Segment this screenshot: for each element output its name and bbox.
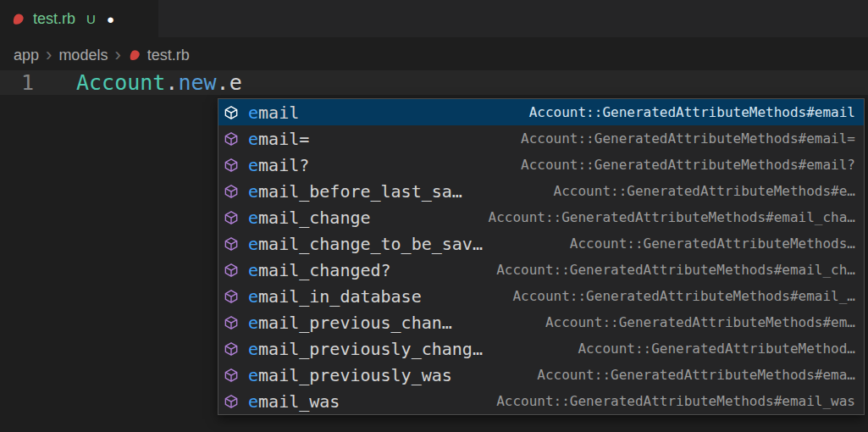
suggest-item[interactable]: email Account::GeneratedAttributeMethods… — [218, 99, 864, 125]
suggest-item-label: email_in_database — [248, 286, 422, 307]
suggest-item-label: email_previous_chan… — [248, 313, 452, 333]
suggest-item[interactable]: email_in_database Account::GeneratedAttr… — [218, 283, 864, 309]
suggest-item[interactable]: email_before_last_sa… Account::Generated… — [218, 178, 864, 204]
suggest-item-detail: Account::GeneratedAttributeMethods#email… — [484, 393, 855, 409]
suggest-item-detail: Account::GeneratedAttributeMethod… — [566, 341, 855, 357]
suggest-item-label: email — [248, 102, 299, 123]
suggest-item-label: email_change — [248, 208, 371, 228]
git-status-badge: U — [86, 12, 96, 26]
suggest-item-label: email? — [248, 155, 309, 175]
code-text: Account.new.e — [76, 70, 242, 95]
code-token-class: Account — [76, 70, 165, 95]
suggest-item-detail: Account::GeneratedAttributeMethods#email… — [484, 262, 855, 278]
tab-file-name: test.rb — [33, 10, 75, 28]
suggest-item-detail: Account::GeneratedAttributeMethods#email — [517, 104, 855, 120]
breadcrumb-item-models[interactable]: models — [58, 47, 108, 64]
suggest-item[interactable]: email_previously_was Account::GeneratedA… — [218, 362, 864, 388]
vscode-window: test.rb U ● app › models › test.rb 1 Acc… — [0, 0, 868, 432]
suggest-item-detail: Account::GeneratedAttributeMethods#e… — [542, 183, 855, 199]
editor-line-1[interactable]: 1 Account.new.e — [0, 70, 868, 95]
chevron-right-icon: › — [46, 46, 52, 64]
suggest-item-detail: Account::GeneratedAttributeMethods… — [558, 235, 855, 252]
unsaved-dot-indicator[interactable]: ● — [107, 13, 114, 25]
symbol-method-icon — [224, 315, 239, 330]
suggest-item-detail: Account::GeneratedAttributeMethods#em… — [534, 314, 855, 330]
suggest-item-label: email_changed? — [248, 260, 391, 280]
suggest-item-label: email_was — [248, 391, 340, 412]
suggest-item[interactable]: email_change_to_be_sav… Account::Generat… — [218, 230, 864, 257]
symbol-method-icon — [224, 341, 239, 357]
tab-test-rb[interactable]: test.rb U ● — [0, 0, 158, 37]
symbol-method-icon — [224, 368, 239, 383]
tab-bar: test.rb U ● — [0, 0, 868, 37]
suggest-item-detail: Account::GeneratedAttributeMethods#email… — [477, 209, 855, 225]
suggest-item[interactable]: email? Account::GeneratedAttributeMethod… — [218, 152, 864, 178]
symbol-method-icon — [224, 289, 239, 304]
suggest-item-label: email= — [248, 129, 309, 149]
suggest-item-label: email_previously_chang… — [248, 339, 483, 359]
suggest-item-label: email_previously_was — [248, 365, 452, 385]
suggest-item-detail: Account::GeneratedAttributeMethods#email… — [509, 130, 855, 147]
symbol-method-icon — [224, 263, 239, 278]
suggest-item-detail: Account::GeneratedAttributeMethods#email… — [500, 288, 855, 304]
suggest-item[interactable]: email_previous_chan… Account::GeneratedA… — [218, 309, 864, 335]
suggest-item-detail: Account::GeneratedAttributeMethods#ema… — [525, 367, 855, 383]
ruby-icon — [128, 48, 141, 62]
breadcrumb-item-app[interactable]: app — [14, 47, 39, 64]
breadcrumb-item-file[interactable]: test.rb — [147, 47, 190, 64]
symbol-method-icon — [224, 105, 239, 120]
suggest-item-label: email_change_to_be_sav… — [248, 234, 483, 254]
code-token-new: new — [178, 70, 216, 95]
breadcrumb: app › models › test.rb — [14, 42, 190, 68]
suggest-item-label: email_before_last_sa… — [248, 181, 462, 202]
symbol-method-icon — [224, 394, 239, 409]
suggest-item-detail: Account::GeneratedAttributeMethods#email… — [509, 157, 855, 173]
chevron-right-icon: › — [114, 46, 120, 64]
code-token-dot: . — [217, 70, 229, 95]
suggest-item[interactable]: email_changed? Account::GeneratedAttribu… — [218, 257, 864, 283]
symbol-method-icon — [224, 184, 239, 199]
symbol-method-icon — [224, 236, 239, 252]
suggest-item[interactable]: email_was Account::GeneratedAttributeMet… — [218, 388, 864, 414]
code-token-typed-prefix: e — [229, 70, 242, 95]
suggest-item[interactable]: email_change Account::GeneratedAttribute… — [218, 204, 864, 230]
ruby-icon — [11, 12, 25, 26]
symbol-method-icon — [224, 158, 239, 173]
code-token-dot: . — [165, 70, 178, 95]
symbol-method-icon — [224, 210, 239, 225]
suggest-item[interactable]: email_previously_chang… Account::Generat… — [218, 335, 864, 362]
symbol-method-icon — [224, 131, 239, 147]
suggest-item[interactable]: email= Account::GeneratedAttributeMethod… — [218, 125, 864, 152]
suggest-widget: email Account::GeneratedAttributeMethods… — [218, 98, 865, 415]
line-number: 1 — [0, 70, 34, 95]
